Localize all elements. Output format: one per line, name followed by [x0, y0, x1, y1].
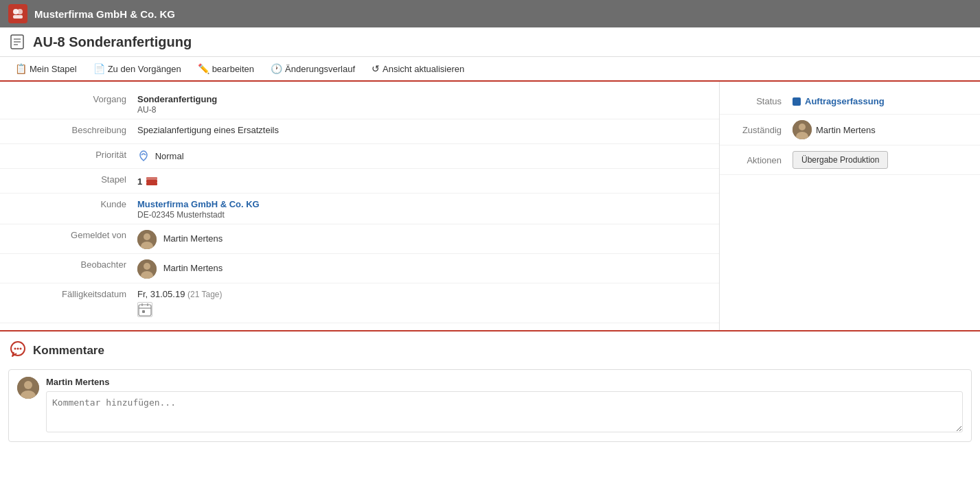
svg-rect-8 [146, 183, 157, 185]
svg-point-27 [20, 348, 22, 350]
beobachter-value: Martin Mertens [137, 258, 719, 279]
zustaendig-value: Martin Mertens [793, 120, 969, 139]
gemeldet-row: Gemeldet von Martin Mertens [0, 224, 719, 254]
mein-stapel-button[interactable]: 📋 Mein Stapel [8, 60, 84, 78]
svg-point-1 [17, 9, 23, 14]
page-title-bar: AU-8 Sonderanfertigung [0, 27, 980, 57]
kunde-link[interactable]: Musterfirma GmbH & Co. KG [137, 199, 260, 209]
beschreibung-label: Beschreibung [0, 124, 137, 135]
status-text: Auftragserfassung [805, 96, 885, 106]
svg-point-26 [17, 348, 19, 350]
faelligkeitsdatum-value: Fr, 31.05.19 (21 Tage) [137, 288, 719, 318]
toolbar: 📋 Mein Stapel 📄 Zu den Vorgängen ✏️ bear… [0, 57, 980, 82]
svg-rect-9 [146, 177, 157, 180]
stapel-badge: 1 [137, 174, 159, 189]
stapel-icon: 📋 [15, 63, 27, 74]
aenderungsverlauf-button[interactable]: 🕐 Änderungsverlauf [264, 60, 362, 78]
refresh-icon: ↺ [372, 63, 380, 74]
stapel-value: 1 [137, 173, 719, 189]
commenter-avatar [17, 377, 39, 399]
top-header: Musterfirma GmbH & Co. KG [0, 0, 980, 27]
beobachter-label: Beobachter [0, 258, 137, 270]
svg-point-14 [144, 263, 150, 270]
beobachter-person: Martin Mertens [163, 263, 223, 273]
aktionen-row: Aktionen Übergabe Produktion [720, 146, 980, 175]
vorgang-label: Vorgang [0, 93, 137, 104]
avatar [137, 230, 157, 249]
company-name: Musterfirma GmbH & Co. KG [34, 8, 175, 20]
svg-point-25 [14, 348, 16, 350]
stapel-row: Stapel 1 [0, 169, 719, 194]
gemeldet-label: Gemeldet von [0, 229, 137, 240]
gemeldet-value: Martin Mertens [137, 229, 719, 249]
aktionen-value: Übergabe Produktion [793, 151, 969, 169]
main-content: Vorgang Sonderanfertigung AU-8 Beschreib… [0, 82, 980, 330]
comments-header: Kommentare [8, 340, 972, 361]
due-date: Fr, 31.05.19 [137, 289, 185, 299]
form-panel: Vorgang Sonderanfertigung AU-8 Beschreib… [0, 82, 719, 330]
app-logo [8, 4, 27, 23]
comment-textarea[interactable] [46, 391, 963, 432]
kunde-row: Kunde Musterfirma GmbH & Co. KG DE-02345… [0, 194, 719, 224]
status-dot [793, 97, 801, 106]
prioritaet-row: Priorität Normal [0, 144, 719, 169]
svg-point-29 [24, 381, 32, 389]
avatar [137, 259, 157, 279]
faelligkeitsdatum-label: Fälligkeitsdatum [0, 288, 137, 299]
page-title-icon [8, 33, 26, 51]
bearbeiten-icon: ✏️ [198, 63, 209, 74]
beobachter-row: Beobachter Martin Mertens [0, 254, 719, 283]
prioritaet-value: Normal [137, 148, 719, 164]
kunde-label: Kunde [0, 198, 137, 209]
zu-vorgaengen-button[interactable]: 📄 Zu den Vorgängen [87, 60, 188, 78]
vorgang-row: Vorgang Sonderanfertigung AU-8 [0, 89, 719, 119]
beschreibung-value: Spezialanfertigung eines Ersatzteils [137, 124, 719, 135]
page-title: AU-8 Sonderanfertigung [33, 34, 192, 50]
vorgang-id: AU-8 [137, 105, 156, 115]
kunde-address: DE-02345 Musterhstadt [137, 210, 225, 220]
stapel-label: Stapel [0, 173, 137, 185]
priority-icon [137, 150, 150, 164]
comments-icon [8, 340, 27, 361]
comments-title: Kommentare [33, 344, 104, 358]
svg-point-22 [799, 124, 806, 130]
vorgaengen-icon: 📄 [93, 63, 105, 74]
ansicht-aktualisieren-button[interactable]: ↺ Ansicht aktualisieren [365, 60, 471, 78]
zustaendig-person[interactable]: Martin Mertens [816, 125, 876, 135]
zustaendig-row: Zuständig Martin Mertens [720, 115, 980, 146]
status-value: Auftragserfassung [793, 96, 969, 106]
prioritaet-label: Priorität [0, 148, 137, 160]
comment-content: Martin Mertens [46, 377, 963, 434]
svg-rect-20 [142, 310, 145, 313]
svg-point-11 [144, 233, 150, 240]
zustaendig-label: Zuständig [731, 125, 793, 135]
faelligkeitsdatum-row: Fälligkeitsdatum Fr, 31.05.19 (21 Tage) [0, 283, 719, 323]
uebergabe-produktion-button[interactable]: Übergabe Produktion [793, 151, 888, 169]
beschreibung-row: Beschreibung Spezialanfertigung eines Er… [0, 119, 719, 144]
status-row: Status Auftragserfassung [720, 89, 980, 115]
svg-rect-2 [13, 15, 23, 19]
comment-box: Martin Mertens [8, 369, 972, 442]
avatar [793, 120, 812, 139]
comments-section: Kommentare Martin Mertens [0, 330, 980, 450]
right-panel: Status Auftragserfassung Zuständig Marti… [719, 82, 980, 330]
comment-author: Martin Mertens [46, 377, 963, 387]
aktionen-label: Aktionen [731, 155, 793, 165]
due-days: (21 Tage) [187, 290, 222, 299]
svg-rect-7 [146, 180, 157, 183]
verlauf-icon: 🕐 [271, 63, 282, 74]
stack-icon [145, 174, 159, 189]
status-label: Status [731, 96, 793, 106]
svg-rect-16 [139, 305, 151, 316]
calendar-icon[interactable] [137, 302, 152, 317]
bearbeiten-button[interactable]: ✏️ bearbeiten [191, 60, 261, 78]
kunde-value: Musterfirma GmbH & Co. KG DE-02345 Muste… [137, 198, 719, 220]
vorgang-value: Sonderanfertigung AU-8 [137, 93, 719, 115]
gemeldet-person: Martin Mertens [163, 233, 223, 244]
